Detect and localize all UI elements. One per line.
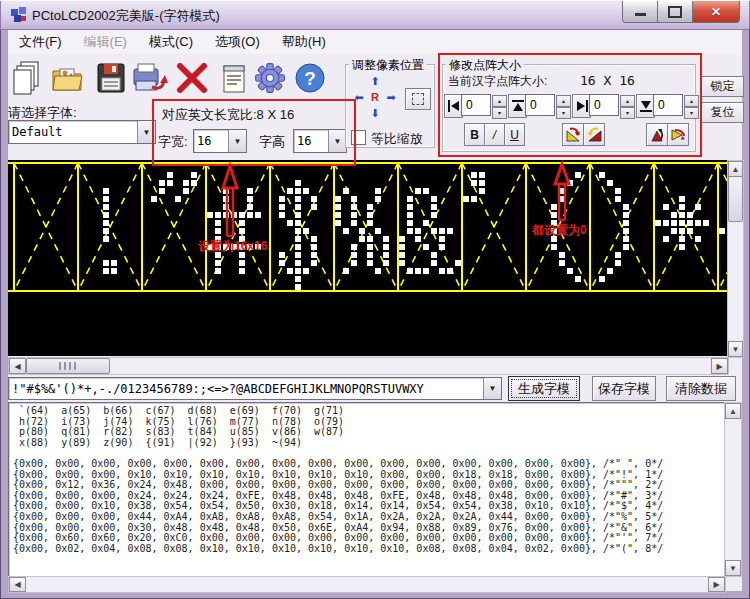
flip-horizontal-icon [671,127,686,142]
center-glyph-icon [412,93,424,105]
move-up-button[interactable]: ⬆ [367,74,383,88]
menu-help[interactable]: 帮助(H) [271,30,337,54]
glyph-canvas[interactable]: 设置为16x16都设置为0 [8,160,727,356]
reset-button[interactable]: 复位 [701,102,744,123]
flip-vertical-icon [650,127,665,142]
flip-vertical-button[interactable] [646,123,668,146]
move-down-button[interactable]: ⬇ [367,106,383,120]
chevron-down-icon[interactable]: ▼ [328,130,346,152]
offset-right-field[interactable]: 0 [589,94,619,116]
offset-right-spinner[interactable]: ▴▾ [620,95,635,119]
center-glyph-button[interactable] [405,88,431,110]
output-hscrollbar[interactable]: ◀ ▶ [8,576,726,593]
canvas-hscrollbar[interactable]: ◀ ▶ [8,357,729,375]
font-select-value: Default [9,123,137,141]
menu-mode[interactable]: 模式(C) [138,30,204,54]
menu-file[interactable]: 文件(F) [8,30,73,54]
move-right-button[interactable]: ➡ [383,90,399,104]
settings-button[interactable] [252,58,288,98]
char-width-label: 字宽: [158,133,188,151]
help-icon: ? [294,62,326,94]
maximize-button[interactable] [657,1,693,23]
bold-button[interactable]: B [464,123,485,146]
menu-options[interactable]: 选项(O) [204,30,271,54]
offset-left-field[interactable]: 0 [461,94,491,116]
proportional-scale-checkbox[interactable] [351,130,366,145]
char-list-select[interactable]: !"#$%&'()*+,-./0123456789:;<=>?@ABCDEFGH… [8,377,502,400]
aspect-ratio-label: 对应英文长宽比:8 X 16 [162,106,294,124]
char-height-select[interactable]: 16 ▼ [293,129,347,153]
notepad-icon [221,62,247,94]
canvas-hscroll-thumb[interactable] [26,358,110,374]
save-model-button[interactable]: 保存字模 [592,376,656,401]
output-vscrollbar[interactable]: ▲ ▼ [724,402,742,577]
delete-x-icon [176,63,208,93]
char-width-value: 16 [194,132,228,150]
scroll-down-icon[interactable]: ▼ [728,341,743,357]
minimize-icon [635,13,646,16]
window-title: PCtoLCD2002完美版-(字符模式) [32,7,220,25]
offset-top-spinner[interactable]: ▴▾ [556,95,571,119]
rotate-left-icon [566,127,581,142]
delete-button[interactable] [174,58,210,98]
pixel-position-title: 调整像素位置 [349,57,427,74]
char-width-select[interactable]: 16 ▼ [193,129,247,153]
scroll-up-icon[interactable]: ▲ [728,161,743,177]
scroll-left-icon[interactable]: ◀ [9,577,26,592]
export-button[interactable] [132,58,168,98]
chevron-down-icon[interactable]: ▼ [483,378,501,399]
canvas-vscrollbar[interactable]: ▲ ▼ [727,160,744,358]
title-bar: PCtoLCD2002完美版-(字符模式) ✕ [0,0,750,30]
chevron-down-icon[interactable]: ▼ [137,121,155,143]
move-left-button[interactable]: ⬅ [351,90,367,104]
gear-icon [254,62,286,94]
output-textarea[interactable]: `(64) a(65) b(66) c(67) d(68) e(69) f(70… [8,402,726,577]
font-select[interactable]: Default ▼ [8,120,156,144]
underline-button[interactable]: U [504,123,525,146]
close-button[interactable]: ✕ [692,1,740,23]
lock-button[interactable]: 锁定 [701,76,744,97]
scroll-right-icon[interactable]: ▶ [711,358,728,374]
export-printer-icon [132,61,168,95]
reset-position-button[interactable]: R [367,90,383,104]
new-file-button[interactable] [10,58,46,98]
rotate-left-button[interactable] [562,123,584,146]
scroll-left-icon[interactable]: ◀ [9,358,26,374]
canvas-vscroll-thumb[interactable] [728,176,743,222]
glyph-grid: 设置为16x16都设置为0 [8,160,727,356]
scroll-up-icon[interactable]: ▲ [725,403,741,419]
menu-bar: 文件(F) 编辑(E) 模式(C) 选项(O) 帮助(H) [8,30,742,55]
offset-bottom-spinner[interactable]: ▴▾ [684,95,699,119]
new-file-icon [12,60,44,96]
menu-edit[interactable]: 编辑(E) [73,30,138,54]
italic-button[interactable]: / [484,123,505,146]
clear-data-button[interactable]: 清除数据 [666,376,736,401]
generate-button[interactable]: 生成字模 [508,376,580,401]
svg-text:都设置为0: 都设置为0 [531,223,587,237]
offset-top-field[interactable]: 0 [525,94,555,116]
notes-button[interactable] [216,58,252,98]
char-list-value: !"#$%&'()*+,-./0123456789:;<=>?@ABCDEFGH… [9,380,483,398]
offset-left-spinner[interactable]: ▴▾ [492,95,507,119]
rotate-right-button[interactable] [583,123,605,146]
chevron-down-icon[interactable]: ▼ [228,130,246,152]
maximize-icon [668,6,682,18]
offset-bottom-field[interactable]: 0 [653,94,683,116]
open-folder-icon [51,61,85,95]
output-text: `(64) a(65) b(66) c(67) d(68) e(69) f(70… [9,403,725,554]
scroll-down-icon[interactable]: ▼ [725,560,741,576]
help-button[interactable]: ? [292,58,328,98]
scroll-right-icon[interactable]: ▶ [708,577,725,592]
svg-text:设置为16x16: 设置为16x16 [197,239,268,253]
open-button[interactable] [50,58,86,98]
save-floppy-icon [96,62,126,94]
char-height-value: 16 [294,132,328,150]
flip-horizontal-button[interactable] [667,123,689,146]
app-icon [10,6,28,24]
minimize-button[interactable] [622,1,658,23]
save-button[interactable] [93,58,129,98]
close-icon: ✕ [711,5,721,19]
matrix-size-title: 修改点阵大小 [446,57,524,74]
matrix-current-label: 当前汉字点阵大小: [448,73,547,90]
rotate-right-icon [587,127,602,142]
